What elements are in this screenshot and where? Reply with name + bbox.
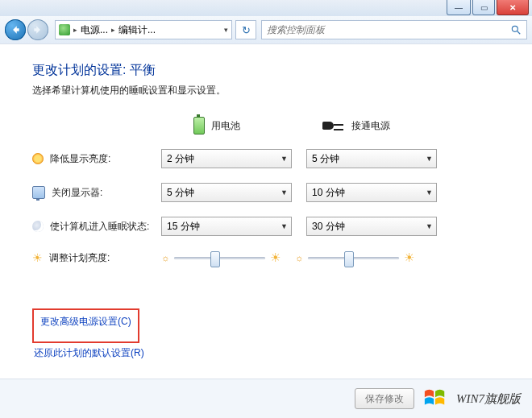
- page-title: 更改计划的设置: 平衡: [32, 62, 508, 79]
- maximize-button[interactable]: ▭: [472, 0, 495, 15]
- brightness-battery-slider[interactable]: [174, 250, 265, 265]
- off-plugged-select[interactable]: 10 分钟▼: [306, 183, 437, 202]
- refresh-icon: ↻: [242, 24, 251, 36]
- save-button-label: 保存修改: [365, 392, 404, 406]
- back-button[interactable]: [5, 19, 26, 40]
- off-plugged-value: 10 分钟: [312, 186, 345, 200]
- window-titlebar: — ▭ ✕: [0, 0, 532, 17]
- chevron-right-icon: ▸: [111, 26, 115, 34]
- forward-button[interactable]: [27, 19, 48, 40]
- breadcrumb[interactable]: ▸ 电源... ▸ 编辑计... ▾: [55, 20, 232, 39]
- navigation-bar: ▸ 电源... ▸ 编辑计... ▾ ↻ 搜索控制面板: [0, 16, 532, 44]
- crumb-power: 电源...: [81, 23, 108, 37]
- chevron-down-icon: ▼: [426, 222, 433, 230]
- chevron-down-icon: ▼: [426, 155, 433, 163]
- restore-default-link[interactable]: 还原此计划的默认设置(R): [32, 343, 146, 363]
- advanced-power-settings-link[interactable]: 更改高级电源设置(C): [39, 312, 133, 332]
- content-area: 更改计划的设置: 平衡 选择希望计算机使用的睡眠设置和显示设置。 用电池 接通电…: [0, 43, 532, 418]
- plug-icon: [322, 120, 345, 131]
- col-plugged: 接通电源: [322, 119, 451, 133]
- sun-small-icon: ☼: [295, 253, 303, 263]
- battery-icon: [193, 117, 205, 135]
- page-subtitle: 选择希望计算机使用的睡眠设置和显示设置。: [32, 84, 508, 97]
- row-brightness: ☀ 调整计划亮度: ☼ ☀ ☼ ☀: [32, 250, 508, 265]
- sun-large-icon: ☀: [270, 250, 281, 265]
- chevron-down-icon: ▾: [224, 26, 228, 34]
- window-buttons: — ▭ ✕: [445, 0, 529, 15]
- row-dim-display: 降低显示亮度: 2 分钟▼ 5 分钟▼: [32, 149, 508, 168]
- search-placeholder: 搜索控制面板: [267, 23, 325, 37]
- sun-icon: [32, 153, 44, 164]
- save-button[interactable]: 保存修改: [355, 388, 414, 409]
- highlight-box: 更改高级电源设置(C): [32, 308, 139, 343]
- row-turn-off-display: 关闭显示器: 5 分钟▼ 10 分钟▼: [32, 183, 508, 202]
- chevron-down-icon: ▼: [281, 222, 288, 230]
- chevron-down-icon: ▼: [426, 188, 433, 197]
- sleep-plugged-value: 30 分钟: [312, 220, 345, 234]
- minimize-icon: —: [455, 3, 463, 12]
- refresh-button[interactable]: ↻: [235, 20, 256, 39]
- control-panel-icon: [59, 24, 70, 35]
- chevron-right-icon: ▸: [73, 26, 77, 34]
- row-off-label: 关闭显示器:: [52, 186, 102, 200]
- sleep-battery-select[interactable]: 15 分钟▼: [161, 217, 292, 236]
- sun-large-icon: ☀: [404, 250, 414, 265]
- dim-battery-value: 2 分钟: [167, 152, 194, 166]
- crumb-edit-plan: 编辑计...: [118, 23, 156, 37]
- close-button[interactable]: ✕: [497, 0, 529, 15]
- chevron-down-icon: ▼: [281, 188, 288, 197]
- row-dim-label: 降低显示亮度:: [50, 152, 110, 166]
- brand-label: WIN7旗舰版: [456, 391, 521, 407]
- brightness-battery-group: ☼ ☀: [161, 250, 281, 265]
- col-plugged-label: 接通电源: [351, 119, 390, 133]
- row-sleep: 使计算机进入睡眠状态: 15 分钟▼ 30 分钟▼: [32, 217, 508, 236]
- brightness-plugged-group: ☼ ☀: [295, 250, 414, 265]
- dim-battery-select[interactable]: 2 分钟▼: [161, 149, 292, 168]
- brightness-icon: ☀: [32, 251, 43, 264]
- dim-plugged-value: 5 分钟: [312, 152, 339, 166]
- windows-flag-icon: [422, 387, 448, 411]
- maximize-icon: ▭: [480, 3, 488, 12]
- minimize-button[interactable]: —: [447, 0, 471, 15]
- search-icon: [510, 24, 522, 35]
- monitor-icon: [32, 186, 45, 199]
- sun-small-icon: ☼: [161, 253, 169, 263]
- svg-line-1: [517, 31, 521, 35]
- row-brightness-label: 调整计划亮度:: [49, 251, 110, 265]
- sleep-battery-value: 15 分钟: [167, 220, 200, 234]
- moon-icon: [32, 221, 44, 232]
- chevron-down-icon: ▼: [281, 155, 288, 163]
- row-sleep-label: 使计算机进入睡眠状态:: [50, 220, 149, 234]
- dim-plugged-select[interactable]: 5 分钟▼: [306, 149, 437, 168]
- search-input[interactable]: 搜索控制面板: [261, 20, 527, 39]
- column-headers: 用电池 接通电源: [193, 117, 508, 135]
- col-battery-label: 用电池: [211, 119, 240, 133]
- svg-point-0: [512, 26, 517, 31]
- arrow-right-icon: [32, 24, 44, 35]
- off-battery-value: 5 分钟: [167, 186, 194, 200]
- close-icon: ✕: [509, 3, 516, 12]
- col-battery: 用电池: [193, 117, 322, 135]
- brightness-plugged-slider[interactable]: [308, 250, 399, 265]
- sleep-plugged-select[interactable]: 30 分钟▼: [306, 217, 437, 236]
- arrow-left-icon: [10, 24, 21, 35]
- off-battery-select[interactable]: 5 分钟▼: [161, 183, 292, 202]
- footer-bar: 保存修改 WIN7旗舰版: [0, 379, 532, 418]
